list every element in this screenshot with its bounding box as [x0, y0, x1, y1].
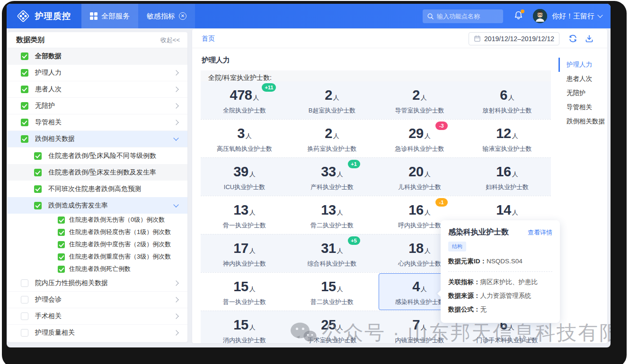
avatar[interactable]	[533, 9, 547, 23]
checkbox-checked[interactable]	[58, 241, 65, 248]
checkbox-checked[interactable]	[21, 52, 28, 60]
checkbox-unchecked[interactable]	[21, 279, 28, 287]
stat-cell[interactable]: 25人手术室执业护士数	[288, 311, 376, 343]
checkbox-checked[interactable]	[58, 253, 65, 260]
checkbox-checked[interactable]	[21, 135, 28, 143]
chevron-down-icon[interactable]	[173, 202, 178, 207]
stat-label: 换药室执业护士数	[288, 145, 376, 153]
sidebar-item[interactable]: 护理质量相关	[8, 325, 187, 341]
tab-all-services[interactable]: 全部服务	[81, 4, 138, 28]
section-title: 护理人力	[192, 48, 607, 70]
checkbox-checked[interactable]	[21, 69, 28, 77]
sidebar-item[interactable]: 护理会诊	[8, 292, 187, 308]
checkbox-checked[interactable]	[34, 202, 42, 209]
stat-cell[interactable]: 6人放射科执业护士数	[463, 81, 551, 119]
sidebar-item[interactable]: 全部数据	[8, 48, 187, 65]
sidebar-item[interactable]: 院内压力性损伤相关数据	[8, 275, 187, 292]
sidebar-item[interactable]: 手术相关	[8, 308, 187, 325]
anchor-nav-item[interactable]: 无陪护	[558, 86, 606, 100]
stat-cell[interactable]: 3人高压氧舱执业护士数	[201, 120, 288, 157]
chevron-down-icon[interactable]	[173, 135, 178, 140]
stat-cell[interactable]: 31人+5综合科执业护士数	[288, 234, 376, 272]
sidebar-item[interactable]: 住院患者跌倒死亡例数	[8, 263, 187, 275]
refresh-button[interactable]	[568, 34, 578, 43]
chevron-right-icon[interactable]	[173, 120, 178, 125]
checkbox-checked[interactable]	[34, 152, 42, 160]
stat-label: 骨一执业护士数	[201, 221, 288, 230]
stat-cell[interactable]: 15人普二执业护士数	[288, 273, 376, 311]
view-details-link[interactable]: 查看详情	[528, 228, 552, 237]
stat-cell[interactable]: 13人骨二执业护士数	[288, 196, 376, 234]
stat-cell[interactable]: 16人妇科执业护士数	[463, 158, 551, 196]
anchor-nav-item[interactable]: 导管相关	[558, 100, 606, 114]
collapse-button[interactable]: 收起<<	[160, 36, 180, 44]
stat-cell[interactable]: 2人导管室执业护士数	[376, 81, 463, 119]
checkbox-unchecked[interactable]	[21, 312, 28, 320]
sidebar-item[interactable]: 患者人次	[8, 81, 187, 98]
checkbox-checked[interactable]	[21, 86, 28, 93]
sidebar-item[interactable]: 住院患者跌倒/坠床风险不同等级例数	[8, 147, 187, 164]
sidebar-item[interactable]: 跌倒相关数据	[8, 131, 187, 147]
chevron-right-icon[interactable]	[173, 313, 178, 319]
chevron-down-icon[interactable]	[597, 12, 602, 17]
sidebar-item[interactable]: 住院患者跌倒中度伤害（2级）例次数	[8, 238, 187, 251]
sidebar-item[interactable]: 住院患者跌倒轻度伤害（1级）例次数	[8, 226, 187, 238]
close-icon[interactable]: ✕	[179, 12, 186, 20]
stat-cell[interactable]: 2人换药室执业护士数	[288, 120, 376, 157]
sidebar-item[interactable]: 住院患者跌倒/坠床发生例数及发生率	[8, 164, 187, 181]
notification-dot	[521, 9, 524, 13]
stat-cell[interactable]: 478人+11全院执业护士数	[201, 81, 288, 119]
search-input[interactable]	[437, 13, 499, 20]
sidebar-item[interactable]: 住院患者跌倒重度伤害（3级）例次数	[8, 251, 187, 263]
chevron-right-icon[interactable]	[173, 330, 178, 335]
tooltip-row-value: 无	[480, 306, 487, 313]
notification-bell[interactable]	[514, 10, 523, 22]
stat-unit: 人	[425, 247, 431, 254]
download-button[interactable]	[585, 34, 594, 43]
stat-label: 手术室执业护士数	[288, 336, 376, 343]
stat-cell[interactable]: 15人消内执业护士数	[201, 311, 288, 343]
stat-cell[interactable]: 39人ICU执业护士数	[201, 158, 288, 196]
stat-cell[interactable]: 29人-3急诊科执业护士数	[376, 120, 463, 157]
checkbox-checked[interactable]	[21, 102, 28, 110]
sidebar-item[interactable]: 无陪护	[8, 98, 187, 114]
sidebar-item-label: 院内压力性损伤相关数据	[35, 279, 108, 287]
breadcrumb-bar: 首页 2019/12/12–2019/12/12	[192, 29, 607, 48]
stat-cell[interactable]: 15人普一执业护士数	[201, 273, 288, 311]
chevron-right-icon[interactable]	[173, 87, 178, 92]
change-badge: -3	[435, 121, 448, 130]
stat-cell[interactable]: 33人+1产科执业护士数	[288, 158, 376, 196]
stat-cell[interactable]: 17人神内执业护士数	[201, 234, 288, 272]
checkbox-checked[interactable]	[21, 119, 28, 126]
stat-cell[interactable]: 12人输液室执业护士数	[463, 120, 551, 157]
checkbox-checked[interactable]	[58, 266, 65, 273]
stat-label: ICU执业护士数	[201, 183, 288, 191]
sidebar-item[interactable]: 住院患者跌倒无伤害（0级）例次数	[8, 214, 187, 226]
tab-sensitive-indicators[interactable]: 敏感指标 ✕	[138, 4, 195, 28]
chevron-right-icon[interactable]	[173, 280, 178, 286]
checkbox-checked[interactable]	[58, 229, 65, 236]
stat-cell[interactable]: 2人B超室执业护士数	[288, 81, 376, 119]
checkbox-unchecked[interactable]	[21, 329, 28, 337]
date-range-picker[interactable]: 2019/12/12–2019/12/12	[469, 32, 559, 45]
sidebar-item[interactable]: 不同班次住院患者跌倒高危预测	[8, 181, 187, 197]
checkbox-checked[interactable]	[34, 185, 42, 193]
chevron-right-icon[interactable]	[173, 297, 178, 302]
anchor-nav-item[interactable]: 跌倒相关数据	[558, 114, 606, 129]
sidebar-item[interactable]: 跌倒造成伤害发生率	[8, 197, 187, 214]
stat-cell[interactable]: 13人骨一执业护士数	[201, 196, 288, 234]
anchor-nav-item[interactable]: 患者人次	[558, 72, 606, 86]
checkbox-checked[interactable]	[58, 217, 65, 224]
search-box[interactable]	[423, 9, 503, 23]
chevron-right-icon[interactable]	[173, 103, 178, 108]
anchor-nav-item[interactable]: 护理人力	[558, 58, 606, 72]
sidebar-item[interactable]: 导管相关	[8, 114, 187, 131]
stat-cell[interactable]: 20人儿科执业护士数	[376, 158, 463, 196]
chevron-right-icon[interactable]	[173, 70, 178, 75]
checkbox-checked[interactable]	[34, 169, 42, 176]
checkbox-unchecked[interactable]	[21, 296, 28, 303]
sidebar-item[interactable]: 护理人力	[8, 65, 187, 81]
stat-unit: 人	[249, 286, 256, 293]
sidebar-title: 数据类别	[16, 35, 44, 44]
breadcrumb[interactable]: 首页	[202, 35, 215, 43]
